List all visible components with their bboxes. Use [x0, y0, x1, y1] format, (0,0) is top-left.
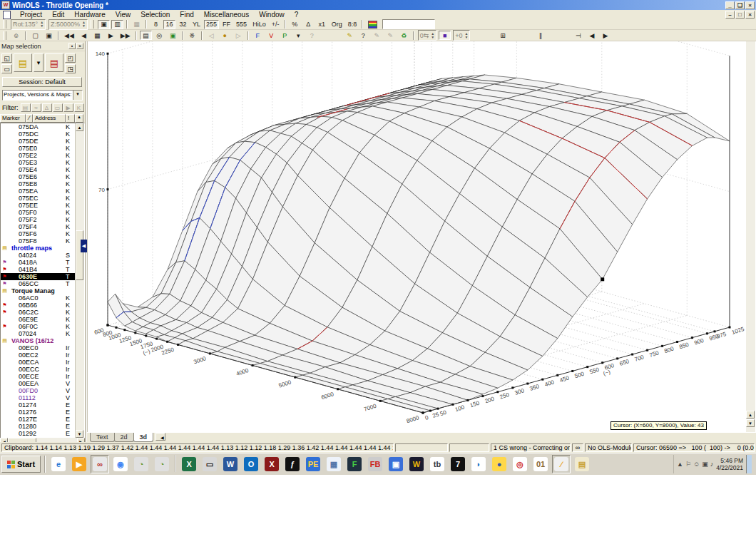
taskbar-chip-fb[interactable]: FB	[366, 455, 384, 473]
hilo-button[interactable]: HiLo	[250, 20, 268, 29]
map-list-item[interactable]: 01292E	[1, 430, 76, 437]
spinner-arrows-icon[interactable]: ▲▼	[464, 32, 468, 39]
window-dropdown-button[interactable]: ▾	[292, 31, 305, 40]
minimize-button[interactable]: _	[725, 1, 735, 9]
save-version-button[interactable]: ▭	[1, 64, 12, 73]
panel-collapse-button[interactable]: ◀	[81, 240, 87, 252]
menu-edit[interactable]: Edit	[47, 11, 69, 19]
map-list-item[interactable]: 00FD0V	[1, 387, 76, 394]
menu-miscellaneous[interactable]: Miscellaneous	[199, 11, 254, 19]
help-button[interactable]: ?	[357, 31, 369, 40]
map-list-vertical-scrollbar[interactable]: ▲ ▼	[75, 123, 84, 438]
view-columns-button[interactable]: ▥	[111, 20, 123, 29]
difference-button[interactable]: Δ	[302, 20, 315, 29]
monitor-button[interactable]: ▣	[167, 31, 179, 40]
filter-similar-button[interactable]: ≈	[31, 103, 41, 112]
edit-notes-button[interactable]: ✎	[344, 31, 356, 40]
taskbar-winols-damos[interactable]: W	[407, 455, 426, 473]
new-version-button[interactable]: ◱	[1, 53, 12, 63]
map-list-item[interactable]: 00EEAV	[1, 380, 76, 387]
map-list-item[interactable]: 075F0K	[1, 209, 76, 216]
map-list-item[interactable]: 00ECEIr	[1, 373, 76, 380]
taskbar-pe-tool[interactable]: PE	[304, 455, 322, 473]
panel-pin-button[interactable]: ▪	[68, 43, 76, 49]
map-list-item[interactable]: 075E6K	[1, 173, 76, 180]
increment-combo[interactable]: +0▲▼	[453, 30, 470, 41]
map-list-item[interactable]: 075EEK	[1, 202, 76, 209]
scroll-down-icon[interactable]: ▼	[746, 419, 755, 427]
hex-view-button[interactable]: FF	[220, 20, 233, 29]
view-3d-button[interactable]: ▣	[98, 20, 110, 29]
map-list-item[interactable]: 00EC0Ir	[1, 344, 76, 351]
menu-window[interactable]: Window	[254, 11, 290, 19]
map-list-item[interactable]: 075E3K	[1, 159, 76, 166]
map-list-item[interactable]: ⚑0418AT	[1, 259, 76, 266]
toolbar-search-field[interactable]	[382, 19, 435, 29]
scroll-up-icon[interactable]: ▲	[746, 411, 755, 419]
map-list-item[interactable]: 01276E	[1, 409, 76, 416]
versions-window-button[interactable]: V	[265, 31, 277, 40]
tab-text[interactable]: Text	[90, 433, 115, 442]
decimal-view-button[interactable]: 255	[204, 20, 219, 29]
offset-combo[interactable]: 0⇆▲▼	[418, 30, 437, 41]
window-list-button[interactable]: ▣	[43, 31, 55, 40]
menu-find[interactable]: Find	[175, 11, 198, 19]
panel-close-button[interactable]: ×	[76, 43, 83, 49]
map-list-item[interactable]: 07024K	[1, 330, 76, 337]
taskbar-flash-tool[interactable]: F	[345, 455, 364, 473]
scrollbar-thumb[interactable]	[76, 230, 83, 280]
map-list-item[interactable]: 075E2K	[1, 152, 76, 159]
add-map-button[interactable]: ◳	[65, 64, 76, 73]
next-map-button[interactable]: ▶	[105, 31, 117, 40]
import-button[interactable]: ▤	[45, 53, 63, 72]
taskbar-clock[interactable]: 5:46 PM 4/22/2021	[716, 457, 743, 471]
taskbar-g-tool[interactable]: ◎	[511, 455, 529, 473]
surface-plot[interactable]: 6008001000125015001750200022503000400050…	[88, 41, 746, 432]
tray-icon-1[interactable]: ⚐	[685, 461, 691, 468]
split-vertical-button[interactable]: ∥	[534, 31, 546, 40]
child-window-icon[interactable]	[3, 11, 11, 19]
split-quad-button[interactable]: ⊞	[496, 31, 509, 40]
map-list-item[interactable]: 075E4K	[1, 166, 76, 173]
tab-3d[interactable]: 3d	[133, 433, 154, 442]
zoom-spinner[interactable]: Z:50000%▲▼	[48, 19, 88, 30]
tray-icon-2[interactable]: ☺	[693, 461, 700, 468]
map-list-item[interactable]: ⚑06B66K	[1, 302, 76, 309]
previous-map-button[interactable]: ◀	[78, 31, 90, 40]
map-list-item[interactable]: 075ECK	[1, 195, 76, 202]
start-button[interactable]: Start	[1, 456, 41, 473]
spinner-arrows-icon[interactable]: ▲▼	[431, 32, 434, 39]
tray-icon-0[interactable]: ▲	[677, 461, 683, 468]
width-16bit-button[interactable]: 16	[163, 20, 175, 29]
map-list-item[interactable]: 075DCK	[1, 130, 76, 138]
menu-[interactable]: ?	[290, 11, 304, 19]
taskbar-internet-explorer[interactable]: e	[49, 455, 68, 473]
map-color-button[interactable]: ■	[439, 31, 451, 40]
byte-order-button[interactable]: YL	[190, 20, 203, 29]
tab-2d[interactable]: 2d	[114, 433, 134, 442]
signed-button[interactable]: +/-	[270, 20, 282, 29]
taskbar-chrome[interactable]: ◉	[111, 455, 130, 473]
session-button[interactable]: Session: Default	[2, 77, 82, 87]
map-list-item[interactable]: 00ECAIr	[1, 359, 76, 366]
map-list-item[interactable]: 075EAK	[1, 188, 76, 195]
child-close-button[interactable]: ×	[745, 11, 755, 19]
scroll-right-button[interactable]: ▶	[599, 31, 611, 40]
chevron-down-icon[interactable]: ▼	[73, 91, 82, 100]
menu-project[interactable]: Project	[15, 11, 47, 19]
show-desktop-button[interactable]	[746, 455, 752, 473]
bookmark-button[interactable]: ●	[219, 31, 231, 40]
open-project-button[interactable]: ▤	[14, 53, 32, 72]
spinner-arrows-icon[interactable]: ▲▼	[40, 21, 44, 28]
map-list-folder[interactable]: ▤VANOS (16/12	[1, 337, 76, 344]
map-list-item[interactable]: 00ECCIr	[1, 366, 76, 373]
map-list-item[interactable]: 075DAK	[1, 123, 76, 130]
map-list-item[interactable]: ⚑065CCT	[1, 280, 76, 287]
taskbar-tuner-tool-1[interactable]: ◔	[132, 455, 150, 473]
width-8bit-button[interactable]: 8	[150, 20, 162, 29]
menu-hardware[interactable]: Hardware	[69, 11, 110, 19]
dock-button[interactable]: ⊣	[572, 31, 584, 40]
map-list-item[interactable]: ⚑06C2CK	[1, 309, 76, 316]
taskbar-settings-wrench[interactable]: ∕	[552, 455, 571, 473]
child-minimize-button[interactable]: –	[725, 11, 735, 19]
